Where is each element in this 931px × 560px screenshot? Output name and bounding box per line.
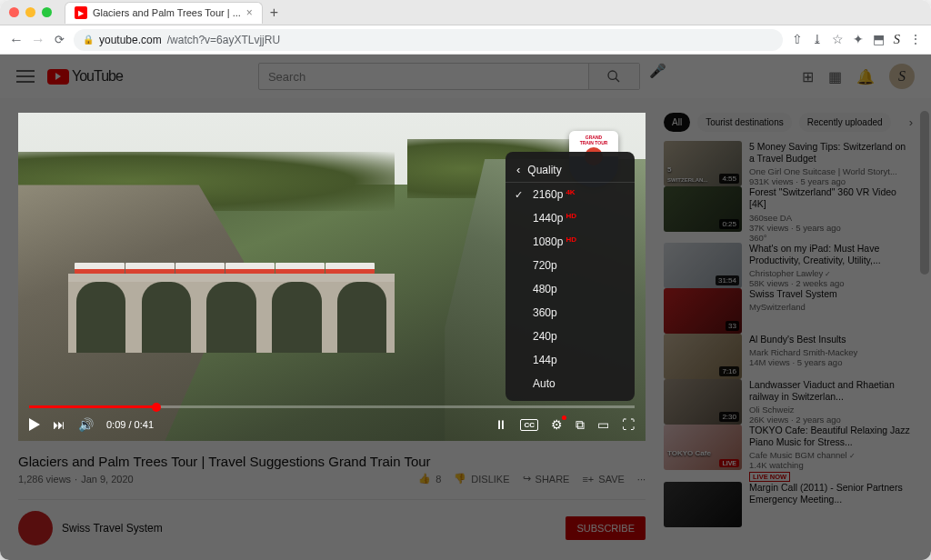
recommendation-stats: 37K views · 5 years ago — [749, 223, 913, 233]
recommendation-title: Al Bundy's Best Insults — [749, 334, 913, 345]
chips-scroll-right-icon[interactable]: › — [909, 115, 913, 129]
video-title: Glaciers and Palm Trees Tour | Travel Su… — [18, 454, 646, 469]
recommendations-column: All Tourist destinations Recently upload… — [664, 113, 913, 545]
chip-recent[interactable]: Recently uploaded — [799, 113, 891, 132]
url-host: youtube.com — [99, 34, 162, 46]
subtitles-button[interactable]: CC — [520, 419, 538, 431]
nav-back-icon[interactable]: ← — [9, 32, 24, 48]
extension-puzzle-icon[interactable]: ✦ — [853, 32, 864, 47]
create-icon[interactable]: ⊞ — [802, 68, 814, 85]
search-button[interactable] — [588, 64, 639, 89]
apps-icon[interactable]: ▦ — [828, 68, 842, 85]
recommendation-title: Forest "Switzerland" 360 VR Video [4K] — [749, 186, 913, 210]
autoplay-toggle[interactable]: ⏸ — [495, 417, 507, 432]
quality-option-480p[interactable]: 480p — [506, 277, 635, 301]
playlist-add-icon: ≡+ — [582, 474, 594, 485]
recommendation-channel: Mark Richard Smith-Mackey — [749, 347, 913, 357]
guide-menu-icon[interactable] — [16, 70, 35, 83]
account-avatar[interactable]: S — [889, 64, 915, 89]
recommendation-title: Swiss Travel System — [749, 288, 913, 300]
notifications-icon[interactable]: 🔔 — [856, 68, 875, 85]
recommendation-channel: MySwitzerland — [749, 302, 913, 312]
browser-tab[interactable]: ▶ Glaciers and Palm Trees Tour | ... × — [65, 2, 263, 24]
window-minimize[interactable] — [25, 7, 35, 17]
url-bar[interactable]: 🔒 youtube.com/watch?v=6ayXTLvjjRU — [74, 29, 783, 51]
quality-option-360p[interactable]: 360p — [506, 301, 635, 325]
quality-menu-title: Quality — [527, 164, 561, 176]
lock-icon: 🔒 — [83, 35, 94, 45]
bookmark-icon[interactable]: ☆ — [832, 32, 844, 47]
time-display: 0:09 / 0:41 — [106, 419, 154, 430]
svg-line-1 — [616, 78, 619, 82]
recommendation-thumbnail: TOKYO CafeLIVE — [664, 425, 742, 470]
quality-option-720p[interactable]: 720p — [506, 254, 635, 277]
chip-tourist[interactable]: Tourist destinations — [697, 113, 792, 132]
dislike-button[interactable]: 👎DISLIKE — [454, 473, 509, 485]
window-close[interactable] — [9, 7, 19, 17]
recommendation-stats: 931K views · 5 years ago — [749, 176, 913, 186]
search-box[interactable]: Search — [258, 63, 640, 90]
recommendation-title: Margin Call (2011) - Senior Partners Eme… — [749, 482, 913, 505]
download-icon[interactable]: ⤓ — [812, 32, 823, 47]
recommendation-item[interactable]: 33Swiss Travel SystemMySwitzerland — [664, 288, 913, 334]
nav-forward-icon[interactable]: → — [31, 32, 45, 48]
quality-option-144p[interactable]: 144p — [506, 348, 635, 372]
like-button[interactable]: 👍8 — [418, 473, 441, 485]
recommendation-item[interactable]: TOKYO CafeLIVETOKYO Cafe: Beautiful Rela… — [664, 425, 913, 482]
youtube-logo-icon — [47, 69, 69, 85]
quality-option-1080p[interactable]: 1080pHD — [506, 230, 635, 254]
quality-menu-header[interactable]: ‹ Quality — [506, 157, 635, 183]
video-player[interactable]: GRAND TRAIN TOUR ‹ Quality ✓2160p4K1440p… — [18, 113, 646, 441]
search-input[interactable]: Search — [259, 64, 588, 89]
recommendation-stats: 26K views · 2 years ago — [749, 415, 913, 425]
recommendation-thumbnail: 7:16 — [664, 334, 742, 379]
subscribe-button[interactable]: SUBSCRIBE — [566, 516, 646, 540]
recommendation-title: TOKYO Cafe: Beautiful Relaxing Jazz Pian… — [749, 425, 913, 448]
extension-icon[interactable]: ⬒ — [873, 32, 885, 47]
recommendation-stats: 1.4K watching — [749, 460, 913, 470]
quality-option-Auto[interactable]: Auto — [506, 372, 635, 395]
channel-avatar[interactable] — [18, 511, 53, 545]
recommendation-item[interactable]: 31:54What's on my iPad: Must Have Produc… — [664, 243, 913, 288]
recommendation-item[interactable]: 7:16Al Bundy's Best InsultsMark Richard … — [664, 334, 913, 379]
next-button[interactable]: ⏭ — [53, 417, 65, 432]
browser-menu-icon[interactable]: ⋮ — [909, 32, 922, 47]
profile-ext-icon[interactable]: S — [894, 32, 901, 47]
channel-name[interactable]: Swiss Travel System — [62, 522, 163, 535]
search-icon — [606, 69, 621, 84]
more-actions-button[interactable]: ··· — [637, 474, 646, 485]
voice-search-icon[interactable]: 🎤 — [649, 63, 666, 90]
volume-icon[interactable]: 🔊 — [78, 417, 94, 432]
quality-option-240p[interactable]: 240p — [506, 325, 635, 348]
miniplayer-button[interactable]: ⧉ — [576, 417, 585, 433]
share-button[interactable]: ↪SHARE — [523, 473, 570, 485]
new-tab-button[interactable]: + — [270, 5, 278, 21]
scrollbar[interactable] — [920, 111, 929, 275]
recommendation-title: Landwasser Viaduct and Rhaetian railway … — [749, 379, 913, 403]
recommendation-channel: One Girl One Suitcase | World Storyt... — [749, 166, 913, 176]
fullscreen-button[interactable]: ⛶ — [622, 417, 635, 432]
recommendation-thumbnail: 2:30 — [664, 379, 742, 425]
recommendation-item[interactable]: 5SWITZERLAN...4:555 Money Saving Tips: S… — [664, 141, 913, 186]
recommendation-item[interactable]: 0:25Forest "Switzerland" 360 VR Video [4… — [664, 186, 913, 242]
recommendation-item[interactable]: Margin Call (2011) - Senior Partners Eme… — [664, 482, 913, 527]
recommendation-item[interactable]: 2:30Landwasser Viaduct and Rhaetian rail… — [664, 379, 913, 425]
window-zoom[interactable] — [42, 7, 52, 17]
recommendation-thumbnail: 31:54 — [664, 243, 742, 288]
theater-button[interactable]: ▭ — [597, 417, 609, 432]
chip-all[interactable]: All — [664, 113, 690, 132]
settings-button[interactable]: ⚙ — [551, 417, 563, 432]
tab-title: Glaciers and Palm Trees Tour | ... — [93, 7, 241, 18]
reload-icon[interactable]: ⟳ — [55, 33, 65, 46]
save-button[interactable]: ≡+SAVE — [582, 474, 624, 485]
share-icon[interactable]: ⇧ — [792, 32, 803, 47]
youtube-logo-text: YouTube — [72, 68, 123, 85]
check-icon: ✓ — [515, 189, 523, 201]
play-button[interactable] — [29, 418, 40, 431]
quality-option-1440p[interactable]: 1440pHD — [506, 206, 635, 230]
youtube-masthead: YouTube Search 🎤 ⊞ ▦ 🔔 S — [0, 55, 931, 98]
youtube-logo[interactable]: YouTube — [47, 68, 123, 85]
tab-close-icon[interactable]: × — [246, 6, 253, 19]
quality-option-2160p[interactable]: ✓2160p4K — [506, 183, 635, 206]
video-info: Glaciers and Palm Trees Tour | Travel Su… — [18, 450, 646, 545]
